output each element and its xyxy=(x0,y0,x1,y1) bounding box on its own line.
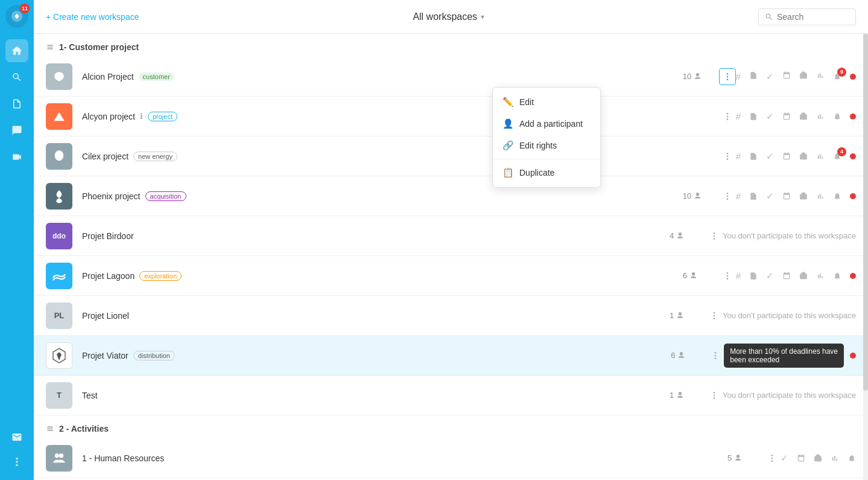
briefcase-icon-phoenix[interactable] xyxy=(799,192,808,200)
dropdown-edit[interactable]: ✏️ Edit xyxy=(493,91,600,113)
avatar-lagoon xyxy=(46,263,72,289)
workspace-row-viator[interactable]: Projet Viator distribution 6 More than 1… xyxy=(34,336,868,376)
sidebar: 11 xyxy=(0,0,34,480)
workspace-row-birdoor[interactable]: ddo Projet Birdoor 4 You don't participa… xyxy=(34,216,868,256)
create-workspace-button[interactable]: + Create new workspace xyxy=(46,12,139,22)
search-nav[interactable] xyxy=(5,66,28,89)
chart-icon-hr[interactable] xyxy=(831,454,839,462)
video-nav[interactable] xyxy=(5,146,28,168)
calendar-icon-lagoon[interactable] xyxy=(782,272,791,280)
hash-icon-cilex[interactable]: # xyxy=(736,151,741,161)
svg-point-32 xyxy=(55,453,59,458)
workspace-row-phoenix[interactable]: Phoenix project acquisition 10 # ✓ xyxy=(34,176,868,216)
calendar-icon-phoenix[interactable] xyxy=(782,192,791,200)
workspace-row-cilex[interactable]: Cilex project new energy # ✓ 4 xyxy=(34,136,868,176)
ws-name-hr: 1 - Human Resources xyxy=(82,453,164,463)
home-nav[interactable] xyxy=(5,39,28,62)
doc-icon-alcyon[interactable] xyxy=(749,112,758,121)
ws-name-cilex: Cilex project xyxy=(82,152,128,161)
svg-point-33 xyxy=(59,453,63,458)
bell-icon-alcyon[interactable] xyxy=(833,112,841,121)
section-2-header: 2 - Activities xyxy=(34,415,868,438)
check-icon-cilex[interactable]: ✓ xyxy=(766,151,774,162)
chat-nav[interactable] xyxy=(5,119,28,142)
status-dot-lagoon xyxy=(850,273,856,279)
document-nav[interactable] xyxy=(5,92,28,115)
check-icon-hr[interactable]: ✓ xyxy=(781,453,788,464)
menu-button-birdoor[interactable] xyxy=(706,228,723,245)
bell-badge-alcion[interactable]: 9 xyxy=(833,72,841,81)
search-input[interactable] xyxy=(777,12,849,22)
avatar-alcion xyxy=(46,63,72,90)
calendar-icon-hr[interactable] xyxy=(797,454,805,462)
menu-button-lagoon[interactable] xyxy=(719,267,736,284)
chevron-down-icon[interactable]: ▾ xyxy=(481,13,484,21)
dropdown-add-participant[interactable]: 👤 Add a participant xyxy=(493,113,600,135)
info-icon-alcyon[interactable]: ℹ xyxy=(140,112,143,121)
workspace-row-hr[interactable]: 1 - Human Resources 5 ✓ xyxy=(34,438,868,478)
dropdown-duplicate[interactable]: 📋 Duplicate xyxy=(493,162,600,184)
briefcase-icon-alcyon[interactable] xyxy=(799,112,808,121)
bell-icon-phoenix[interactable] xyxy=(833,192,841,200)
menu-button-phoenix[interactable] xyxy=(719,188,736,205)
chart-icon-alcyon[interactable] xyxy=(816,112,825,121)
briefcase-icon-cilex[interactable] xyxy=(799,152,808,161)
doc-icon-cilex[interactable] xyxy=(749,152,758,161)
workspace-row-alcion[interactable]: Alcion Project customer 10 ✏️ Edit 👤 Add… xyxy=(34,57,868,97)
workspace-row-test[interactable]: T Test 1 You don't participate to this w… xyxy=(34,376,868,415)
workspace-row-lionel[interactable]: PL Projet Lionel 1 You don't participate… xyxy=(34,296,868,336)
briefcase-icon-alcion[interactable] xyxy=(799,71,808,82)
hash-icon-alcyon[interactable]: # xyxy=(736,111,741,121)
workspace-row-lagoon[interactable]: Projet Lagoon exploration 6 # ✓ xyxy=(34,256,868,296)
svg-point-31 xyxy=(714,397,715,399)
check-icon-phoenix[interactable]: ✓ xyxy=(766,191,774,202)
more-nav[interactable] xyxy=(5,450,28,473)
doc-icon-lagoon[interactable] xyxy=(749,272,758,280)
duplicate-icon: 📋 xyxy=(502,167,513,178)
hash-icon-alcion[interactable]: # xyxy=(736,71,741,82)
mail-nav[interactable] xyxy=(5,426,28,449)
hash-icon-phoenix[interactable]: # xyxy=(736,191,741,201)
menu-button-cilex[interactable] xyxy=(719,148,736,165)
menu-button-hr[interactable] xyxy=(764,450,781,467)
participants-alcion: 10 xyxy=(683,72,719,81)
calendar-icon-alcion[interactable] xyxy=(782,71,791,82)
menu-button-test[interactable] xyxy=(706,387,723,404)
menu-button-lionel[interactable] xyxy=(706,307,723,324)
hash-icon-lagoon[interactable]: # xyxy=(736,270,741,281)
svg-point-8 xyxy=(726,115,728,117)
bell-icon-lagoon[interactable] xyxy=(833,272,841,280)
chart-icon-alcion[interactable] xyxy=(816,71,825,82)
briefcase-icon-lagoon[interactable] xyxy=(799,272,808,280)
ws-name-phoenix: Phoenix project xyxy=(82,191,141,201)
bell-badge-count-cilex: 4 xyxy=(837,147,846,156)
doc-icon-alcion[interactable] xyxy=(749,71,758,82)
check-icon-lagoon[interactable]: ✓ xyxy=(766,270,774,281)
workspace-row-alcyon[interactable]: Alcyon project ℹ project # ✓ xyxy=(34,97,868,136)
dropdown-edit-rights-label: Edit rights xyxy=(519,141,557,150)
participants-lagoon: 6 xyxy=(683,271,719,280)
dropdown-edit-rights[interactable]: 🔗 Edit rights xyxy=(493,135,600,156)
avatar-hr xyxy=(46,445,72,472)
bell-icon-hr[interactable] xyxy=(847,454,856,462)
chart-icon-phoenix[interactable] xyxy=(816,192,825,200)
status-dot-alcion xyxy=(850,74,856,80)
check-icon-alcyon[interactable]: ✓ xyxy=(766,111,774,122)
svg-point-17 xyxy=(714,232,715,234)
topbar: + Create new workspace All workspaces ▾ xyxy=(34,0,868,34)
check-icon-alcion[interactable]: ✓ xyxy=(766,71,774,82)
menu-button-alcyon[interactable] xyxy=(719,108,736,125)
svg-point-25 xyxy=(714,318,715,319)
main-area: + Create new workspace All workspaces ▾ … xyxy=(34,0,868,480)
menu-button-viator[interactable] xyxy=(707,347,724,364)
chart-icon-cilex[interactable] xyxy=(816,152,825,161)
sidebar-logo[interactable]: 11 xyxy=(5,5,28,28)
search-box[interactable] xyxy=(758,8,856,25)
briefcase-icon-hr[interactable] xyxy=(814,454,822,462)
doc-icon-phoenix[interactable] xyxy=(749,192,758,200)
menu-button-alcion[interactable] xyxy=(719,68,736,85)
chart-icon-lagoon[interactable] xyxy=(816,272,825,280)
calendar-icon-alcyon[interactable] xyxy=(782,112,791,121)
calendar-icon-cilex[interactable] xyxy=(782,152,791,161)
bell-badge-cilex[interactable]: 4 xyxy=(833,152,841,161)
